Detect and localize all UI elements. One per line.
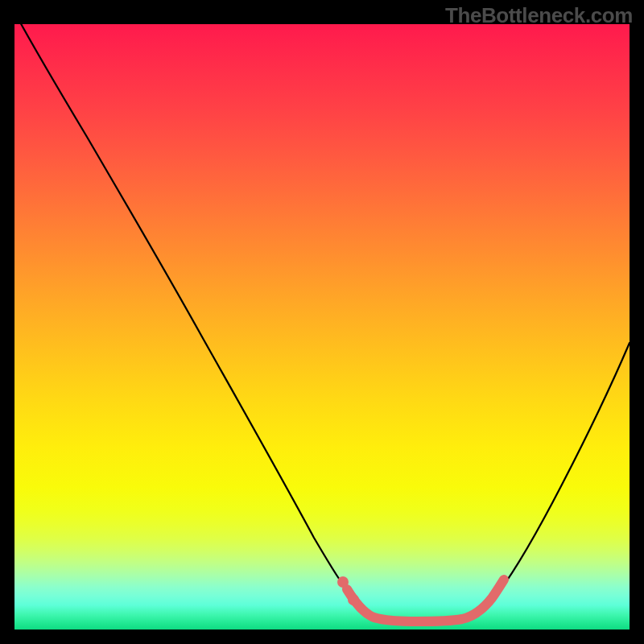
highlight-dot-2 bbox=[348, 594, 359, 605]
plot-area bbox=[14, 24, 630, 630]
bottleneck-curve bbox=[14, 24, 630, 630]
highlight-band bbox=[347, 580, 504, 621]
highlight-dot-1 bbox=[337, 576, 349, 588]
main-curve-path bbox=[14, 12, 630, 620]
chart-stage: TheBottleneck.com bbox=[0, 0, 644, 644]
